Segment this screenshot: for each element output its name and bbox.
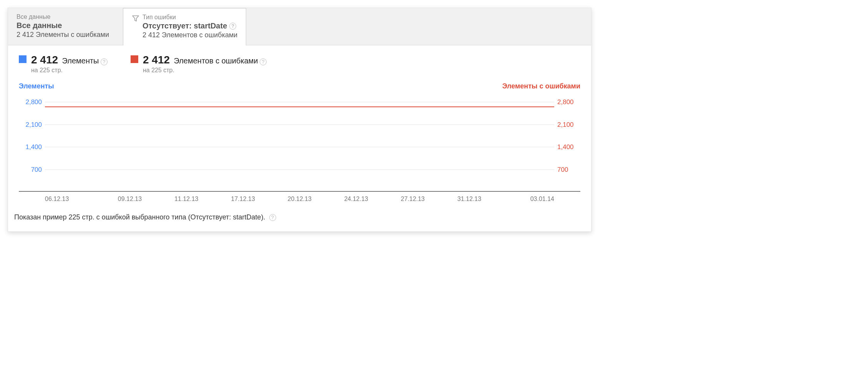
filter-icon: [132, 15, 139, 24]
x-tick: 20.12.13: [271, 196, 328, 203]
footer-note: Показан пример 225 стр. с ошибкой выбран…: [8, 203, 591, 224]
tab-error-line2: Отсутствует: startDate: [142, 22, 227, 30]
x-axis: 06.12.13 09.12.13 11.12.13 17.12.13 20.1…: [19, 192, 580, 203]
stat-errors-label: Элементов с ошибками: [174, 56, 258, 65]
y-tick-right: 2,800: [557, 98, 580, 106]
tab-error-line3: 2 412 Элементов с ошибками: [142, 31, 237, 39]
stat-elements-value: 2 412: [31, 54, 58, 66]
y-tick-left: 1,400: [19, 143, 42, 151]
tab-all-line2: Все данные: [17, 21, 114, 30]
report-panel: Все данные Все данные 2 412 Элементы с о…: [8, 8, 591, 232]
help-icon[interactable]: ?: [269, 214, 276, 221]
x-tick: 27.12.13: [384, 196, 441, 203]
legend-left: Элементы: [19, 82, 54, 90]
x-tick: 09.12.13: [101, 196, 158, 203]
x-tick: 24.12.13: [328, 196, 384, 203]
y-tick-right: 2,100: [557, 121, 580, 129]
legend-right: Элементы с ошибками: [502, 82, 580, 90]
stat-errors-sub: на 225 стр.: [143, 67, 267, 74]
x-tick: 06.12.13: [45, 196, 101, 203]
chart-plot[interactable]: 2,800 2,800 2,100 2,100 1,400 1,400 700 …: [19, 92, 580, 192]
y-tick-right: 700: [557, 166, 580, 174]
x-tick: 31.12.13: [441, 196, 497, 203]
help-icon[interactable]: ?: [229, 23, 236, 30]
stat-elements: 2 412 Элементы ? на 225 стр.: [19, 54, 108, 74]
chart-legend: Элементы Элементы с ошибками: [19, 82, 580, 90]
tab-error-type[interactable]: Тип ошибки Отсутствует: startDate ? 2 41…: [123, 8, 246, 45]
stat-elements-label: Элементы: [62, 56, 99, 65]
y-tick-left: 700: [19, 166, 42, 174]
stat-errors-value: 2 412: [143, 54, 170, 66]
x-tick: 03.01.14: [498, 196, 554, 203]
swatch-errors: [131, 55, 138, 63]
help-icon[interactable]: ?: [260, 58, 267, 65]
y-tick-left: 2,800: [19, 98, 42, 106]
series-errors: [45, 106, 554, 107]
stat-errors: 2 412 Элементов с ошибками ? на 225 стр.: [131, 54, 267, 74]
chart-area: Элементы Элементы с ошибками 2,800 2,800…: [8, 81, 591, 203]
x-tick: 17.12.13: [215, 196, 271, 203]
stat-elements-sub: на 225 стр.: [31, 67, 108, 74]
x-tick: 11.12.13: [158, 196, 215, 203]
swatch-elements: [19, 55, 27, 63]
tabs-row: Все данные Все данные 2 412 Элементы с о…: [8, 8, 591, 45]
tab-all-line1: Все данные: [17, 13, 114, 20]
help-icon[interactable]: ?: [101, 58, 108, 65]
tab-error-line1: Тип ошибки: [142, 14, 237, 21]
tab-all-line3: 2 412 Элементы с ошибками: [17, 31, 114, 39]
y-tick-left: 2,100: [19, 121, 42, 129]
footer-text: Показан пример 225 стр. с ошибкой выбран…: [14, 213, 265, 221]
stats-row: 2 412 Элементы ? на 225 стр. 2 412 Элеме…: [8, 45, 591, 81]
y-tick-right: 1,400: [557, 143, 580, 151]
tab-all-data[interactable]: Все данные Все данные 2 412 Элементы с о…: [8, 8, 123, 45]
